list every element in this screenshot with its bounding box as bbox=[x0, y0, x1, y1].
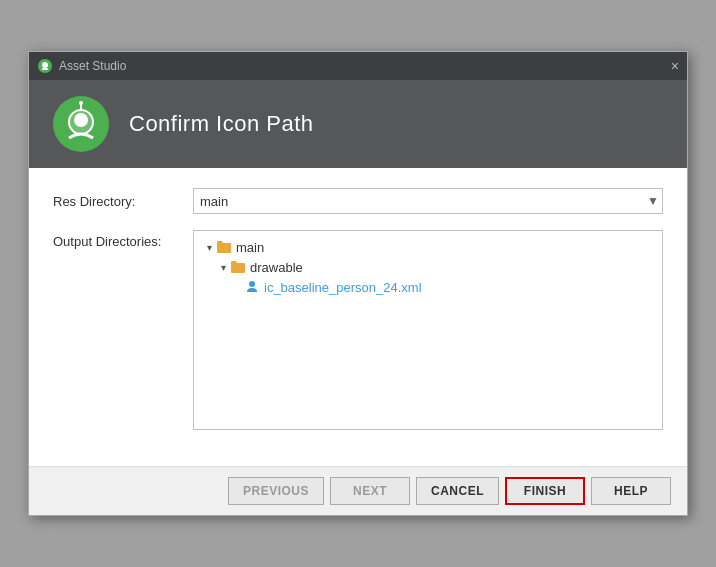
svg-point-8 bbox=[249, 281, 255, 287]
res-directory-select[interactable]: main bbox=[193, 188, 663, 214]
person-file-icon bbox=[244, 279, 260, 295]
tree-label-drawable: drawable bbox=[250, 260, 303, 275]
folder-icon-main bbox=[216, 239, 232, 255]
title-bar: Asset Studio × bbox=[29, 52, 687, 80]
footer-section: PREVIOUS NEXT CANCEL FINISH HELP bbox=[29, 466, 687, 515]
dialog: Asset Studio × Confirm Icon Path Res Dir… bbox=[28, 51, 688, 516]
folder-icon-drawable bbox=[230, 259, 246, 275]
tree-toggle-drawable[interactable]: ▾ bbox=[216, 260, 230, 274]
content-section: Res Directory: main ▼ Output Directories… bbox=[29, 168, 687, 466]
help-button[interactable]: HELP bbox=[591, 477, 671, 505]
output-tree-container: ▾ main ▾ drawable ▸ bbox=[193, 230, 663, 430]
close-button[interactable]: × bbox=[671, 59, 679, 73]
res-directory-row: Res Directory: main ▼ bbox=[53, 188, 663, 214]
tree-item-file: ▸ ic_baseline_person_24.xml bbox=[230, 277, 654, 297]
svg-rect-2 bbox=[42, 68, 48, 70]
svg-point-5 bbox=[74, 113, 88, 127]
header-section: Confirm Icon Path bbox=[29, 80, 687, 168]
tree-label-file: ic_baseline_person_24.xml bbox=[264, 280, 422, 295]
tree-item-main: ▾ main bbox=[202, 237, 654, 257]
cancel-button[interactable]: CANCEL bbox=[416, 477, 499, 505]
output-directories-row: Output Directories: ▾ main ▾ drawable bbox=[53, 230, 663, 430]
app-title: Asset Studio bbox=[59, 59, 126, 73]
svg-point-7 bbox=[79, 101, 83, 105]
previous-button[interactable]: PREVIOUS bbox=[228, 477, 324, 505]
dialog-title: Confirm Icon Path bbox=[129, 111, 314, 137]
output-directories-label: Output Directories: bbox=[53, 230, 193, 249]
res-directory-control: main ▼ bbox=[193, 188, 663, 214]
svg-point-1 bbox=[42, 62, 48, 68]
app-icon bbox=[37, 58, 53, 74]
next-button[interactable]: NEXT bbox=[330, 477, 410, 505]
header-logo-icon bbox=[53, 96, 109, 152]
finish-button[interactable]: FINISH bbox=[505, 477, 585, 505]
tree-item-drawable: ▾ drawable bbox=[216, 257, 654, 277]
tree-label-main: main bbox=[236, 240, 264, 255]
tree-toggle-main[interactable]: ▾ bbox=[202, 240, 216, 254]
title-bar-left: Asset Studio bbox=[37, 58, 126, 74]
res-directory-label: Res Directory: bbox=[53, 194, 193, 209]
